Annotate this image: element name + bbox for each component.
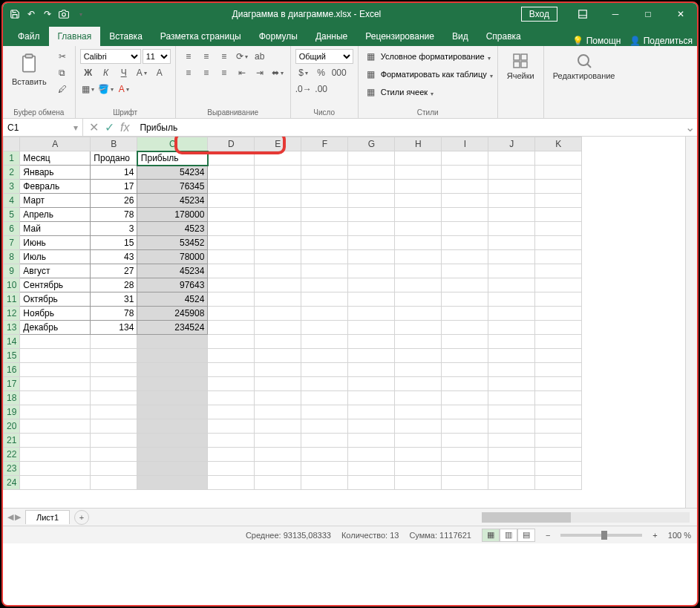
cell-A6[interactable]: Май [20, 222, 91, 236]
cell-I10[interactable] [442, 278, 488, 292]
fx-icon[interactable]: fx [120, 121, 129, 134]
cell-J11[interactable] [488, 292, 535, 307]
cell-D16[interactable] [208, 363, 255, 377]
row-header-23[interactable]: 23 [4, 462, 20, 476]
tab-data[interactable]: Данные [307, 27, 356, 46]
cell-A18[interactable] [20, 391, 91, 405]
tab-file[interactable]: Файл [9, 27, 49, 46]
align-center-icon[interactable]: ≡ [198, 65, 215, 80]
cell-C18[interactable] [137, 391, 208, 405]
cell-J15[interactable] [488, 349, 535, 363]
cell-B24[interactable] [91, 476, 137, 490]
cell-C19[interactable] [137, 405, 208, 419]
cell-B14[interactable] [91, 335, 137, 349]
row-header-18[interactable]: 18 [4, 391, 20, 405]
cell-J16[interactable] [488, 363, 535, 377]
cell-A5[interactable]: Апрель [20, 208, 91, 222]
cell-D1[interactable] [208, 151, 255, 166]
column-header-A[interactable]: A [20, 137, 91, 151]
row-header-24[interactable]: 24 [4, 476, 20, 490]
row-header-3[interactable]: 3 [4, 180, 20, 194]
cell-D13[interactable] [208, 321, 255, 335]
cell-D15[interactable] [208, 349, 255, 363]
cell-G18[interactable] [348, 391, 395, 405]
cell-K22[interactable] [535, 448, 582, 462]
cell-F5[interactable] [301, 208, 348, 222]
cell-C6[interactable]: 4523 [137, 222, 208, 236]
cell-J13[interactable] [488, 321, 535, 335]
comma-icon[interactable]: 000 [331, 65, 347, 80]
cell-F16[interactable] [301, 363, 348, 377]
cell-B22[interactable] [91, 448, 137, 462]
cell-J2[interactable] [488, 166, 535, 180]
cell-C4[interactable]: 45234 [137, 194, 208, 208]
cell-F15[interactable] [301, 349, 348, 363]
font-grow-icon[interactable]: A [134, 65, 150, 80]
cell-G24[interactable] [348, 476, 395, 490]
cell-J4[interactable] [488, 194, 535, 208]
row-header-15[interactable]: 15 [4, 349, 20, 363]
cell-K24[interactable] [535, 476, 582, 490]
cell-E14[interactable] [255, 335, 301, 349]
cell-D2[interactable] [208, 166, 255, 180]
cell-F14[interactable] [301, 335, 348, 349]
cell-A12[interactable]: Ноябрь [20, 307, 91, 321]
cell-K13[interactable] [535, 321, 582, 335]
row-header-5[interactable]: 5 [4, 208, 20, 222]
cell-F20[interactable] [301, 419, 348, 434]
cell-H5[interactable] [395, 208, 442, 222]
cell-C13[interactable]: 234524 [137, 321, 208, 335]
cell-H19[interactable] [395, 405, 442, 419]
cell-C2[interactable]: 54234 [137, 166, 208, 180]
cell-D3[interactable] [208, 180, 255, 194]
cell-H15[interactable] [395, 349, 442, 363]
wrap-text-icon[interactable]: ab [252, 49, 268, 64]
row-header-8[interactable]: 8 [4, 250, 20, 264]
cell-I8[interactable] [442, 250, 488, 264]
cell-K21[interactable] [535, 434, 582, 448]
cell-G20[interactable] [348, 419, 395, 434]
indent-decrease-icon[interactable]: ⇤ [234, 65, 250, 80]
column-header-J[interactable]: J [488, 137, 535, 151]
cell-E24[interactable] [255, 476, 301, 490]
cell-I16[interactable] [442, 363, 488, 377]
cell-I12[interactable] [442, 307, 488, 321]
bold-button[interactable]: Ж [80, 65, 97, 80]
cell-I15[interactable] [442, 349, 488, 363]
cell-A1[interactable]: Месяц [20, 151, 91, 166]
cell-E4[interactable] [255, 194, 301, 208]
cell-J18[interactable] [488, 391, 535, 405]
worksheet[interactable]: ABCDEFGHIJK1МесяцПроданоПрибыль2Январь14… [3, 137, 697, 508]
cell-D17[interactable] [208, 377, 255, 391]
cell-I1[interactable] [442, 151, 488, 166]
cell-E8[interactable] [255, 250, 301, 264]
select-all-corner[interactable] [4, 137, 20, 151]
cell-C16[interactable] [137, 363, 208, 377]
horizontal-scrollbar[interactable] [89, 512, 697, 523]
row-header-10[interactable]: 10 [4, 278, 20, 292]
cell-H1[interactable] [395, 151, 442, 166]
cell-G10[interactable] [348, 278, 395, 292]
cell-E10[interactable] [255, 278, 301, 292]
cell-E13[interactable] [255, 321, 301, 335]
cell-K2[interactable] [535, 166, 582, 180]
cell-D14[interactable] [208, 335, 255, 349]
cell-K7[interactable] [535, 236, 582, 250]
cell-D10[interactable] [208, 278, 255, 292]
cell-G2[interactable] [348, 166, 395, 180]
cell-J17[interactable] [488, 377, 535, 391]
cell-C9[interactable]: 45234 [137, 264, 208, 278]
cell-C15[interactable] [137, 349, 208, 363]
row-header-21[interactable]: 21 [4, 434, 20, 448]
cell-A23[interactable] [20, 462, 91, 476]
cell-I14[interactable] [442, 335, 488, 349]
cell-B23[interactable] [91, 462, 137, 476]
column-header-C[interactable]: C [137, 137, 208, 151]
cell-A16[interactable] [20, 363, 91, 377]
cell-I22[interactable] [442, 448, 488, 462]
tab-home[interactable]: Главная [49, 27, 101, 46]
view-page-break-icon[interactable]: ▤ [517, 529, 535, 542]
cell-G6[interactable] [348, 222, 395, 236]
cell-G5[interactable] [348, 208, 395, 222]
sheet-nav-prev-icon[interactable]: ◀ [7, 512, 13, 522]
